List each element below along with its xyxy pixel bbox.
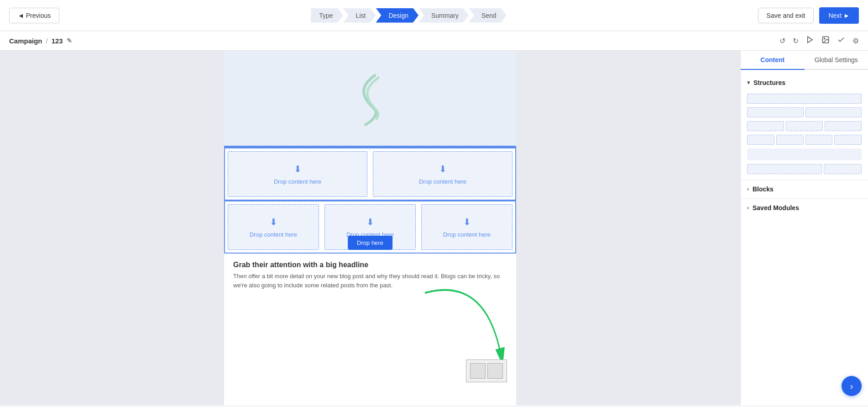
preview-icon[interactable] — [806, 36, 814, 46]
struct-cell-3c — [825, 121, 862, 131]
structure-options — [747, 94, 862, 174]
sidebar-tabs: Content Global Settings — [741, 51, 868, 70]
drop-zone-label-5: Drop content here — [443, 231, 491, 238]
tab-global-settings[interactable]: Global Settings — [805, 51, 868, 69]
struct-cell-narrow — [824, 164, 862, 174]
saved-modules-chevron: › — [747, 205, 749, 211]
drop-icon-5: ⬇ — [463, 217, 471, 227]
canvas-inner: ⬇ Drop content here ⬇ Drop content here … — [224, 51, 516, 405]
drop-icon-3: ⬇ — [270, 217, 277, 227]
structures-section: ▾ Structures — [741, 70, 868, 180]
step-send[interactable]: Send — [469, 8, 507, 23]
breadcrumb: Campaign / 123 ✎ — [9, 37, 72, 45]
mini-box-inner-2 — [487, 363, 503, 379]
step-list[interactable]: List — [343, 8, 376, 23]
sidebar: Content Global Settings ▾ Structures — [740, 51, 868, 405]
blocks-chevron: › — [747, 186, 749, 192]
text-preview-section: Grab their attention with a big headline… — [224, 254, 516, 294]
struct-cell-3b — [786, 121, 823, 131]
drop-zone-3[interactable]: ⬇ Drop content here — [228, 204, 319, 250]
stepper: Type List Design Summary Send — [311, 8, 506, 23]
breadcrumb-bar: Campaign / 123 ✎ ↺ ↻ ⚙ — [0, 31, 868, 51]
struct-3col[interactable] — [747, 121, 862, 131]
blocks-label: Blocks — [753, 185, 774, 193]
saved-modules-section[interactable]: › Saved Modules — [741, 198, 868, 217]
edit-icon[interactable]: ✎ — [67, 37, 72, 44]
struct-wide-narrow[interactable] — [747, 148, 862, 160]
mini-box-inner-1 — [470, 363, 486, 379]
structures-header[interactable]: ▾ Structures — [747, 75, 862, 90]
top-nav: ◄ Previous Type List Design Summary Send… — [0, 0, 868, 31]
redo-icon[interactable]: ↻ — [793, 37, 799, 45]
drop-zone-label-1: Drop content here — [274, 178, 321, 185]
struct-cell-wide — [747, 164, 822, 174]
breadcrumb-icons: ↺ ↻ ⚙ — [779, 36, 859, 46]
drop-zone-1[interactable]: ⬇ Drop content here — [228, 151, 367, 197]
logo-svg — [356, 71, 384, 126]
breadcrumb-separator: / — [46, 37, 48, 45]
struct-cell-3a — [747, 121, 784, 131]
headline-text: Grab their attention with a big headline — [233, 261, 507, 269]
drop-icon-1: ⬇ — [294, 164, 302, 174]
struct-cell-4d — [834, 135, 862, 145]
struct-cell-2a — [747, 107, 804, 117]
step-design[interactable]: Design — [376, 8, 418, 23]
svg-marker-0 — [808, 37, 813, 43]
undo-icon[interactable]: ↺ — [779, 37, 785, 45]
email-header-section — [224, 51, 516, 147]
main-content: ⬇ Drop content here ⬇ Drop content here … — [0, 51, 868, 405]
drop-here-button[interactable]: Drop here — [348, 236, 392, 250]
drop-zone-5[interactable]: ⬇ Drop content here — [421, 204, 512, 250]
struct-4col[interactable] — [747, 135, 862, 145]
breadcrumb-id: 123 — [52, 37, 63, 45]
blocks-section[interactable]: › Blocks — [741, 180, 868, 198]
check-icon[interactable] — [837, 36, 845, 46]
canvas-area[interactable]: ⬇ Drop content here ⬇ Drop content here … — [0, 51, 740, 405]
previous-button[interactable]: ◄ Previous — [9, 8, 59, 23]
save-exit-button[interactable]: Save and exit — [758, 8, 814, 23]
struct-2col-variant[interactable] — [747, 164, 862, 174]
structures-label: Structures — [753, 79, 785, 86]
step-summary[interactable]: Summary — [418, 8, 469, 23]
body-text: Then offer a bit more detail on your new… — [233, 272, 507, 290]
nav-right: Save and exit Next ► — [758, 7, 859, 24]
image-icon[interactable] — [821, 36, 830, 46]
struct-1col[interactable] — [747, 94, 862, 104]
struct-cell-2b — [805, 107, 862, 117]
svg-point-2 — [824, 38, 825, 39]
mini-box — [466, 359, 507, 382]
drop-icon-4: ⬇ — [366, 217, 374, 227]
tab-content[interactable]: Content — [741, 51, 805, 70]
struct-cell-4b — [776, 135, 804, 145]
three-col-row: ⬇ Drop content here ⬇ Drop content here … — [224, 201, 516, 254]
structures-chevron: ▾ — [747, 79, 750, 86]
settings-icon[interactable]: ⚙ — [852, 37, 859, 45]
two-col-row: ⬇ Drop content here ⬇ Drop content here — [224, 148, 516, 201]
drop-zone-2[interactable]: ⬇ Drop content here — [373, 151, 512, 197]
struct-cell-4a — [747, 135, 774, 145]
drop-zone-label-2: Drop content here — [419, 178, 466, 185]
struct-2col[interactable] — [747, 107, 862, 117]
struct-cell-4c — [805, 135, 833, 145]
drop-zone-label-3: Drop content here — [250, 231, 297, 238]
drop-icon-2: ⬇ — [439, 164, 447, 174]
saved-modules-label: Saved Modules — [753, 204, 799, 211]
fab-button[interactable]: › — [842, 376, 862, 396]
step-type[interactable]: Type — [311, 8, 343, 23]
breadcrumb-campaign: Campaign — [9, 37, 42, 45]
struct-cell-1 — [747, 94, 862, 104]
next-button[interactable]: Next ► — [819, 7, 859, 24]
